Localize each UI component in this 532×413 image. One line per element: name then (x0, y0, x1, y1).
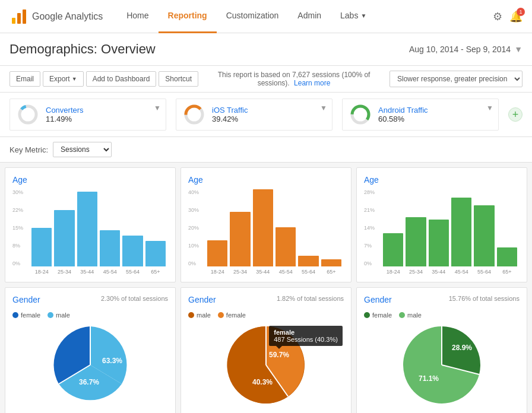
gender-3-legend: female male (364, 312, 520, 319)
gender-2-header: Gender 1.82% of total sessions (188, 295, 344, 309)
segment-android: Android Traffic 60.58% ▼ (342, 99, 499, 131)
bar-3-55-64 (474, 205, 494, 266)
page-title: Demographics: Overview (10, 42, 156, 57)
gender-1-legend: female male (12, 312, 168, 319)
logo-area: Google Analytics (10, 7, 103, 26)
age-chart-android: Age 28% 21% 14% 7% 0% (356, 167, 527, 282)
age-chart-converters: Age 30% 22% 15% 8% 0% (5, 167, 176, 282)
age-charts-row: Age 30% 22% 15% 8% 0% (5, 167, 527, 282)
gender-2-legend: male female (188, 312, 344, 319)
nav-home[interactable]: Home (117, 0, 158, 33)
age-chart-2-title: Age (188, 175, 344, 185)
svg-text:36.7%: 36.7% (79, 378, 99, 386)
nav-admin[interactable]: Admin (288, 0, 331, 33)
key-metric-select[interactable]: Sessions (53, 142, 112, 157)
bar-chart-1-bars (29, 189, 168, 266)
toolbar: Email Export ▼ Add to Dashboard Shortcut… (0, 66, 532, 93)
bar-2-65plus (321, 259, 341, 266)
gender-chart-ios: Gender 1.82% of total sessions male fema… (180, 287, 352, 413)
gender-charts-row: Gender 2.30% of total sessions female ma… (5, 287, 527, 413)
gender-2-sessions: 1.82% of total sessions (277, 295, 344, 302)
bar-1-45-54 (100, 230, 120, 266)
nav-reporting[interactable]: Reporting (159, 0, 217, 33)
ios-pct: 39.42% (212, 115, 325, 123)
gender-3-sessions: 15.76% of total sessions (449, 295, 520, 302)
android-chevron-icon[interactable]: ▼ (486, 104, 493, 112)
gender-1-header: Gender 2.30% of total sessions (12, 295, 168, 309)
converters-chevron-icon[interactable]: ▼ (154, 104, 161, 112)
converters-pct: 11.49% (46, 115, 159, 123)
age-barchart-1: 30% 22% 15% 8% 0% 18-24 25-34 (12, 189, 168, 275)
gender-chart-android: Gender 15.76% of total sessions female m… (356, 287, 527, 413)
y-axis-3: 28% 21% 14% 7% 0% (364, 189, 375, 266)
bar-1-18-24 (31, 228, 52, 266)
bar-3-25-34 (406, 217, 426, 266)
date-range-picker[interactable]: Aug 10, 2014 - Sep 9, 2014 ▼ (409, 45, 522, 54)
bar-2-35-44 (253, 189, 273, 266)
gender-pie-1: 36.7% 63.3% (12, 323, 168, 406)
segment-converters: Converters 11.49% ▼ (10, 99, 166, 131)
gender-3-header: Gender 15.76% of total sessions (364, 295, 520, 309)
email-button[interactable]: Email (10, 71, 40, 87)
male-dot-3 (399, 312, 405, 318)
bar-chart-1-labels: 18-24 25-34 35-44 45-54 55-64 65+ (29, 269, 168, 275)
bar-1-55-64 (122, 236, 142, 266)
date-range-text: Aug 10, 2014 - Sep 9, 2014 (409, 45, 511, 54)
add-segment-button[interactable]: + (508, 107, 522, 122)
bar-3-35-44 (429, 220, 449, 266)
svg-text:28.9%: 28.9% (452, 344, 472, 352)
converters-info: Converters 11.49% (46, 106, 159, 123)
bar-3-45-54 (451, 198, 471, 266)
legend-male-3: male (399, 312, 422, 319)
bar-2-18-24 (207, 240, 227, 266)
nav-labs[interactable]: Labs ▼ (331, 0, 376, 33)
svg-rect-1 (17, 13, 21, 24)
android-donut (350, 104, 371, 125)
ios-chevron-icon[interactable]: ▼ (320, 104, 327, 112)
key-metric-bar: Key Metric: Sessions (0, 137, 532, 163)
age-chart-ios: Age 40% 30% 20% 10% 0% (180, 167, 352, 282)
female-dot-1 (12, 312, 18, 318)
tooltip-arrow (276, 346, 282, 349)
nav-customization[interactable]: Customization (217, 0, 289, 33)
export-button[interactable]: Export ▼ (43, 71, 84, 87)
settings-icon[interactable]: ⚙ (493, 10, 502, 23)
session-info: This report is based on 7,627 sessions (… (201, 71, 387, 87)
segments-row: Converters 11.49% ▼ iOS Traffic 39.42% ▼… (0, 93, 532, 137)
key-metric-label: Key Metric: (10, 145, 48, 154)
bar-2-25-34 (230, 212, 250, 266)
logo-text: Google Analytics (32, 11, 103, 22)
legend-male-1: male (48, 312, 70, 319)
header-icons: ⚙ 🔔 1 (493, 10, 522, 23)
bar-2-45-54 (276, 227, 296, 266)
bar-chart-3-bars (381, 189, 520, 266)
gender-1-sessions: 2.30% of total sessions (101, 295, 168, 302)
bar-2-55-64 (298, 256, 318, 266)
age-barchart-2: 40% 30% 20% 10% 0% 18-24 25-34 (188, 189, 344, 275)
converters-donut (17, 104, 39, 125)
svg-rect-2 (23, 9, 26, 24)
gender-1-title: Gender (12, 295, 40, 304)
bar-3-65plus (497, 247, 517, 267)
ios-name: iOS Traffic (212, 106, 325, 115)
notification-count: 1 (517, 8, 525, 16)
add-dashboard-button[interactable]: Add to Dashboard (86, 71, 157, 87)
male-dot-1 (48, 312, 53, 318)
age-chart-1-title: Age (12, 175, 168, 185)
male-dot-2 (188, 312, 194, 318)
gender-pie-2: female 487 Sessions (40.3%) 40.3% (188, 323, 344, 406)
svg-text:40.3%: 40.3% (252, 378, 273, 386)
age-chart-3-title: Age (364, 175, 520, 185)
shortcut-button[interactable]: Shortcut (159, 71, 198, 87)
bar-3-18-24 (383, 233, 403, 266)
learn-more-link[interactable]: Learn more (294, 79, 330, 87)
main-nav: Home Reporting Customization Admin Labs … (117, 0, 493, 33)
notifications-icon[interactable]: 🔔 1 (509, 10, 522, 23)
legend-female-3: female (364, 312, 392, 319)
gender-pie-3: 28.9% 71.1% (364, 323, 520, 406)
gender-pie-2-tooltip: female 487 Sessions (40.3%) (269, 326, 343, 346)
charts-area: Age 30% 22% 15% 8% 0% (0, 167, 532, 413)
legend-male-2: male (188, 312, 211, 319)
precision-select[interactable]: Slower response, greater precision (390, 71, 522, 87)
gender-3-title: Gender (364, 295, 392, 304)
